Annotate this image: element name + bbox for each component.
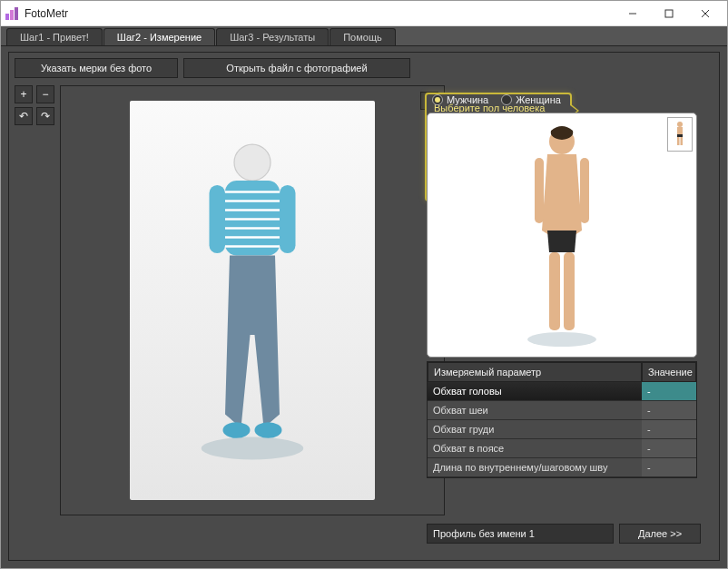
svg-rect-30 bbox=[681, 136, 684, 145]
svg-rect-18 bbox=[280, 185, 296, 253]
svg-rect-31 bbox=[677, 134, 683, 137]
svg-rect-4 bbox=[665, 10, 673, 17]
tab-strip: Шаг1 - Привет! Шаг2 - Измерение Шаг3 - Р… bbox=[1, 26, 727, 46]
reference-thumbnail[interactable] bbox=[667, 117, 693, 152]
svg-rect-23 bbox=[535, 158, 544, 223]
tab-help[interactable]: Помощь bbox=[330, 28, 396, 45]
svg-point-20 bbox=[255, 422, 282, 438]
row-value: - bbox=[642, 382, 696, 401]
rotate-right-button[interactable]: ↷ bbox=[36, 107, 54, 125]
gender-option-female[interactable]: Женщина bbox=[501, 94, 561, 105]
row-label: Обхват головы bbox=[428, 382, 642, 401]
svg-point-8 bbox=[234, 144, 271, 181]
svg-rect-17 bbox=[210, 185, 226, 253]
content-area: Указать мерки без фото Открыть файл с фо… bbox=[8, 52, 720, 561]
tab-step2[interactable]: Шаг2 - Измерение bbox=[103, 28, 215, 45]
profile-name-box[interactable]: Профиль без имени 1 bbox=[427, 524, 614, 544]
reference-figure-box bbox=[427, 113, 697, 358]
gender-male-label: Мужчина bbox=[447, 94, 488, 105]
row-label: Обхват шеи bbox=[428, 401, 642, 420]
titlebar: FotoMetr bbox=[1, 1, 727, 26]
svg-point-21 bbox=[527, 332, 596, 347]
radio-icon bbox=[432, 94, 443, 105]
svg-rect-0 bbox=[5, 14, 9, 20]
next-button[interactable]: Далее >> bbox=[619, 524, 701, 544]
app-window: FotoMetr Шаг1 - Привет! Шаг2 - Измерение… bbox=[0, 0, 728, 569]
svg-rect-25 bbox=[549, 252, 560, 330]
measurements-table: Измеряемый параметр Значение Обхват голо… bbox=[427, 361, 697, 478]
row-value: - bbox=[642, 420, 696, 439]
table-row[interactable]: Обхват в поясе - bbox=[428, 439, 696, 458]
row-label: Обхват в поясе bbox=[428, 439, 642, 458]
window-title: FotoMetr bbox=[25, 7, 615, 20]
gender-selector: Мужчина Женщина bbox=[427, 91, 701, 109]
tab-step1[interactable]: Шаг1 - Привет! bbox=[6, 28, 103, 45]
gender-option-male[interactable]: Мужчина bbox=[432, 94, 488, 105]
app-body: Указать мерки без фото Открыть файл с фо… bbox=[1, 46, 727, 568]
table-row[interactable]: Обхват груди - bbox=[428, 420, 696, 439]
minimize-button[interactable] bbox=[615, 4, 651, 24]
row-label: Обхват груди bbox=[428, 420, 642, 439]
row-label: Длина по внутреннему/шаговому шву bbox=[428, 458, 642, 477]
svg-rect-1 bbox=[10, 10, 14, 20]
mannequin-figure-icon bbox=[184, 131, 320, 471]
svg-rect-29 bbox=[677, 136, 680, 145]
radio-icon bbox=[501, 94, 512, 105]
right-panel: Мужчина Женщина bbox=[427, 91, 701, 478]
row-value: - bbox=[642, 401, 696, 420]
svg-rect-2 bbox=[15, 7, 18, 20]
manual-measure-button[interactable]: Указать мерки без фото bbox=[15, 58, 178, 78]
left-tools: + − ↶ ↷ bbox=[15, 85, 54, 515]
photo-canvas[interactable]: ? bbox=[60, 85, 445, 515]
maximize-button[interactable] bbox=[651, 4, 687, 24]
table-row[interactable]: Обхват головы - bbox=[428, 382, 696, 401]
svg-rect-26 bbox=[564, 252, 575, 330]
male-mannequin-icon bbox=[507, 122, 616, 348]
svg-point-27 bbox=[677, 122, 683, 127]
table-row[interactable]: Обхват шеи - bbox=[428, 401, 696, 420]
gender-female-label: Женщина bbox=[516, 94, 561, 105]
mannequin-photo bbox=[130, 101, 375, 500]
table-header: Измеряемый параметр Значение bbox=[428, 362, 696, 382]
close-button[interactable] bbox=[687, 4, 723, 24]
zoom-in-button[interactable]: + bbox=[15, 85, 33, 103]
footer-row: Профиль без имени 1 Далее >> bbox=[427, 524, 701, 544]
col-value: Значение bbox=[642, 362, 696, 382]
thumb-mannequin-icon bbox=[674, 121, 686, 148]
app-icon bbox=[5, 6, 19, 21]
action-row: Указать мерки без фото Открыть файл с фо… bbox=[15, 58, 713, 78]
svg-rect-24 bbox=[580, 158, 589, 223]
zoom-out-button[interactable]: − bbox=[36, 85, 54, 103]
open-photo-button[interactable]: Открыть файл с фотографией bbox=[183, 58, 410, 78]
row-value: - bbox=[642, 458, 696, 477]
svg-point-7 bbox=[202, 437, 304, 459]
rotate-left-button[interactable]: ↶ bbox=[15, 107, 33, 125]
col-parameter: Измеряемый параметр bbox=[428, 362, 642, 382]
row-value: - bbox=[642, 439, 696, 458]
svg-point-19 bbox=[223, 422, 251, 438]
tab-step3[interactable]: Шаг3 - Результаты bbox=[216, 28, 329, 45]
table-row[interactable]: Длина по внутреннему/шаговому шву - bbox=[428, 458, 696, 477]
